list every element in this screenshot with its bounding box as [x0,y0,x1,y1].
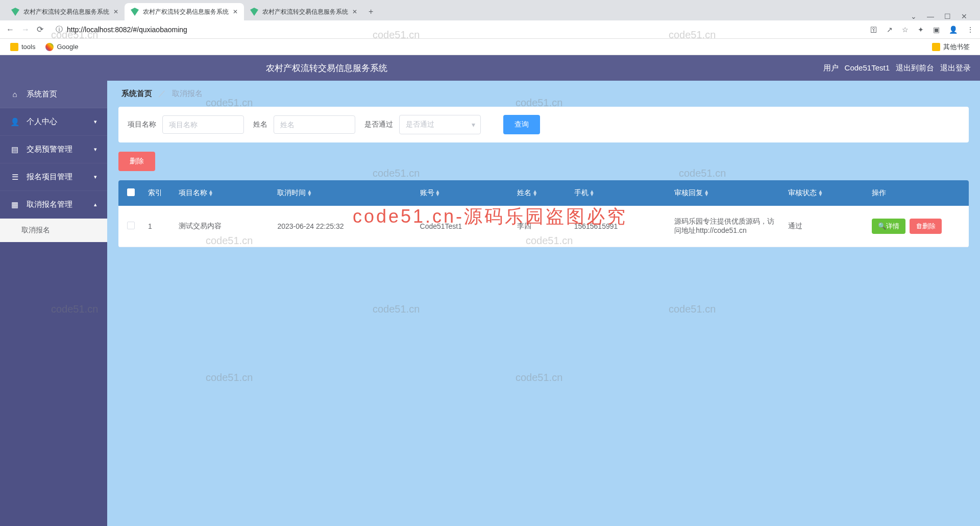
list-icon: ☰ [10,173,19,182]
close-window-icon[interactable]: ✕ [961,12,967,20]
app-header: 农村产权流转交易信息服务系统 用户 Code51Test1 退出到前台 退出登录 [0,55,980,81]
project-name-input[interactable] [162,115,244,134]
row-delete-button[interactable]: 🗑删除 [910,219,942,234]
exit-to-front-link[interactable]: 退出到前台 [896,63,934,73]
cell-account: Code51Test1 [415,206,512,247]
folder-icon [10,43,18,51]
sort-icon: ▲▼ [532,190,537,196]
back-icon[interactable]: ← [6,25,14,34]
cell-cancel-time: 2023-06-24 22:25:32 [272,206,414,247]
key-icon[interactable]: ⚿ [870,26,877,34]
reload-icon[interactable]: ⟳ [37,25,43,34]
sidebar-item-label: 个人中心 [27,117,57,127]
address-bar: ← → ⟳ ⓘ http://localhost:8082/#/quxiaoba… [0,20,980,39]
cell-project: 测试交易内容 [174,206,272,247]
sort-icon: ▲▼ [307,190,312,196]
breadcrumb-home[interactable]: 系统首页 [121,89,152,98]
col-account[interactable]: 账号▲▼ [415,180,512,206]
star-icon[interactable]: ☆ [902,26,909,34]
sidebar-item-personal[interactable]: 👤 个人中心 ▾ [0,108,107,136]
chevron-down-icon[interactable]: ⌄ [911,12,917,20]
cell-phone: 15615615991 [569,206,670,247]
sidebar-sub-cancel[interactable]: 取消报名 [0,219,107,242]
delete-button[interactable]: 删除 [118,152,155,171]
browser-tab-bar: 农村产权流转交易信息服务系统 ✕ 农村产权流转交易信息服务系统 ✕ 农村产权流转… [0,0,980,20]
chevron-down-icon: ▾ [472,121,475,129]
col-status[interactable]: 审核状态▲▼ [783,180,867,206]
forward-icon[interactable]: → [21,25,30,34]
col-phone[interactable]: 手机▲▼ [569,180,670,206]
name-label: 姓名 [253,120,267,129]
other-bookmarks[interactable]: 其他书签 [932,42,970,52]
url-text: http://localhost:8082/#/quxiaobaoming [67,26,187,34]
grid-icon: ▦ [10,200,19,209]
user-name: Code51Test1 [845,63,890,73]
sidebar-item-alert[interactable]: ▤ 交易预警管理 ▾ [0,136,107,163]
info-icon: ⓘ [56,25,63,34]
cell-status: 通过 [783,206,867,247]
pass-label: 是否通过 [364,120,393,129]
browser-tab-active[interactable]: 农村产权流转交易信息服务系统 ✕ [125,3,244,20]
breadcrumb-current: 取消报名 [172,89,203,98]
trash-icon: 🗑 [916,222,922,230]
name-input[interactable] [274,115,355,134]
col-cancel-time[interactable]: 取消时间▲▼ [272,180,414,206]
new-tab-button[interactable]: + [363,3,378,20]
col-project[interactable]: 项目名称▲▼ [174,180,272,206]
table-row: 1 测试交易内容 2023-06-24 22:25:32 Code51Test1… [118,206,969,247]
logout-link[interactable]: 退出登录 [940,63,971,73]
panel-icon[interactable]: ▣ [933,26,940,34]
home-icon: ⌂ [10,90,19,99]
cell-name: 李四 [512,206,569,247]
google-icon [45,43,54,51]
pass-select[interactable]: 是否通过 ▾ [399,115,481,134]
maximize-icon[interactable]: ☐ [944,12,951,20]
close-icon[interactable]: ✕ [352,8,357,15]
user-icon: 👤 [10,117,19,127]
sidebar-item-label: 取消报名管理 [27,200,72,209]
sidebar-item-signup[interactable]: ☰ 报名项目管理 ▾ [0,163,107,191]
project-name-label: 项目名称 [128,120,156,129]
browser-tab[interactable]: 农村产权流转交易信息服务系统 ✕ [244,3,363,20]
bookmarks-bar: tools Google 其他书签 [0,39,980,55]
sidebar-item-label: 系统首页 [27,89,57,99]
close-icon[interactable]: ✕ [113,8,118,15]
share-icon[interactable]: ↗ [887,26,893,34]
tab-title: 农村产权流转交易信息服务系统 [23,8,109,16]
close-icon[interactable]: ✕ [233,8,238,15]
search-panel: 项目名称 姓名 是否通过 是否通过 ▾ 查询 [118,107,969,142]
user-label: 用户 [823,63,839,73]
extension-icon[interactable]: ✦ [918,26,924,34]
detail-button[interactable]: 🔍详情 [872,219,905,234]
browser-tab[interactable]: 农村产权流转交易信息服务系统 ✕ [5,3,125,20]
sidebar: ⌂ 系统首页 👤 个人中心 ▾ ▤ 交易预警管理 ▾ ☰ 报名项目管理 ▾ ▦ … [0,81,107,526]
system-title: 农村产权流转交易信息服务系统 [107,62,546,74]
sort-icon: ▲▼ [208,190,213,196]
vue-favicon-icon [131,8,139,16]
vue-favicon-icon [250,8,258,16]
sidebar-item-label: 报名项目管理 [27,172,72,182]
url-input[interactable]: ⓘ http://localhost:8082/#/quxiaobaoming [51,25,863,34]
select-all-checkbox[interactable] [127,188,135,196]
minimize-icon[interactable]: — [927,12,934,20]
cell-index: 1 [143,206,174,247]
col-reply[interactable]: 审核回复▲▼ [669,180,783,206]
row-checkbox[interactable] [127,222,135,229]
sidebar-item-cancel-mgmt[interactable]: ▦ 取消报名管理 ▴ [0,191,107,219]
query-button[interactable]: 查询 [503,115,540,134]
col-name[interactable]: 姓名▲▼ [512,180,569,206]
col-action: 操作 [867,180,969,206]
bookmark-tools[interactable]: tools [10,43,35,51]
cell-reply: 源码乐园专注提供优质源码，访问地址http://code51.cn [669,206,783,247]
breadcrumb-separator: ／ [158,89,166,98]
chevron-down-icon: ▾ [94,146,97,153]
sort-icon: ▲▼ [435,190,440,196]
bookmark-google[interactable]: Google [45,43,78,51]
chevron-down-icon: ▾ [94,118,97,125]
menu-icon[interactable]: ⋮ [967,26,974,34]
profile-icon[interactable]: 👤 [949,26,958,34]
vue-favicon-icon [11,8,19,16]
sort-icon: ▲▼ [704,190,709,196]
sidebar-item-home[interactable]: ⌂ 系统首页 [0,81,107,108]
breadcrumb: 系统首页 ／ 取消报名 [107,81,980,107]
